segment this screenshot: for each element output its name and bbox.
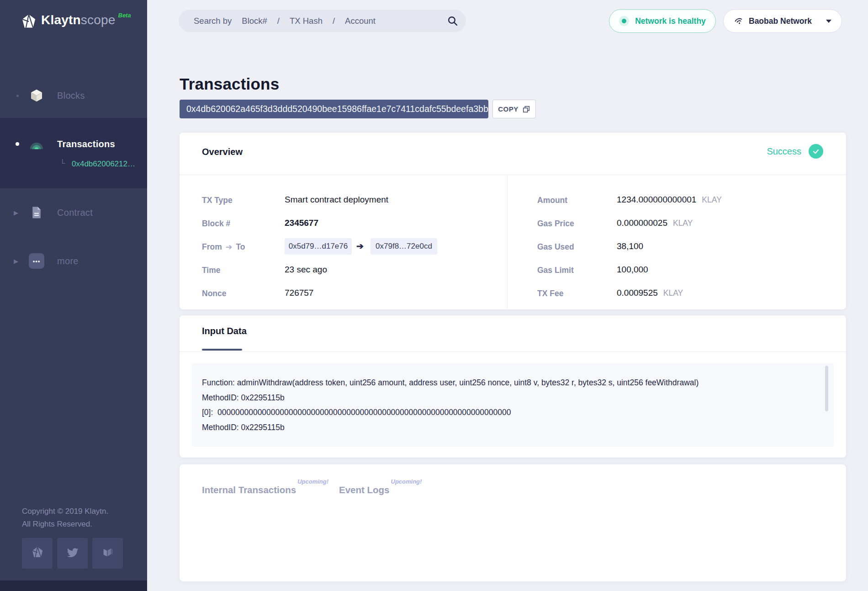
gas-price-unit: KLAY xyxy=(673,218,693,228)
scrollbar-thumb[interactable] xyxy=(825,366,828,411)
main-content: Search by Block# / TX Hash / Account Net… xyxy=(147,0,868,591)
klaytn-social-button[interactable] xyxy=(22,538,53,569)
gas-limit-label: Gas Limit xyxy=(537,266,574,275)
twitter-icon xyxy=(66,546,79,561)
brand-logo[interactable]: Klaytnscope Beta xyxy=(21,13,131,29)
klaytn-logo-icon xyxy=(21,14,37,29)
search-prefix-label: Search by xyxy=(194,16,232,26)
sidebar-item-transactions[interactable]: Transactions xyxy=(0,130,147,158)
tx-fee-unit: KLAY xyxy=(663,288,683,298)
page-title: Transactions xyxy=(180,75,279,93)
chevron-down-icon xyxy=(826,20,831,23)
gas-used-value: 38,100 xyxy=(617,241,643,251)
input-data-content: Function: adminWithdraw(address token, u… xyxy=(192,363,834,447)
gas-limit-value: 100,000 xyxy=(617,265,648,275)
input-data-line: [0]: 00000000000000000000000000000000000… xyxy=(202,405,834,420)
amount-unit: KLAY xyxy=(702,195,721,204)
tx-type-value: Smart contract deployment xyxy=(285,195,388,205)
copyright: Copyright © 2019 Klaytn. All Rights Rese… xyxy=(22,505,108,531)
tx-hash-link[interactable]: 0x4db62006212… xyxy=(72,160,135,169)
search-option-block[interactable]: Block# xyxy=(242,16,267,26)
tab-event-logs[interactable]: Event Logs Upcoming! xyxy=(339,478,422,495)
cube-icon xyxy=(28,87,45,104)
tab-internal-transactions[interactable]: Internal Transactions Upcoming! xyxy=(202,478,328,495)
nonce-label: Nonce xyxy=(202,289,226,298)
search-separator: / xyxy=(277,16,280,26)
sidebar-item-blocks[interactable]: Blocks xyxy=(0,81,147,110)
divider xyxy=(507,175,508,309)
sidebar-bottom-strip xyxy=(0,580,147,591)
status-label: Success xyxy=(767,146,801,157)
amount-label: Amount xyxy=(537,196,567,205)
gas-price-label: Gas Price xyxy=(537,219,574,229)
divider xyxy=(180,175,846,175)
tab-label: Internal Transactions xyxy=(202,485,296,495)
amount-value: 1234.000000000001KLAY xyxy=(617,195,722,205)
search-option-txhash[interactable]: TX Hash xyxy=(290,16,323,26)
sidebar-item-label: Blocks xyxy=(57,91,85,101)
gas-price-value: 0.000000025KLAY xyxy=(617,218,693,228)
klaytn-icon xyxy=(31,546,44,561)
sidebar-item-tx-hash[interactable]: └ 0x4db62006212… xyxy=(0,158,147,172)
status-dot-icon xyxy=(619,16,629,26)
twitter-social-button[interactable] xyxy=(57,538,88,569)
search-bar[interactable]: Search by Block# / TX Hash / Account xyxy=(179,10,466,32)
block-number-value[interactable]: 2345677 xyxy=(285,218,318,228)
copyright-line2: All Rights Reserved. xyxy=(22,518,108,531)
copy-icon xyxy=(522,105,530,113)
social-links xyxy=(22,538,123,569)
ellipsis-glyph: ••• xyxy=(29,253,44,269)
copy-button-label: COPY xyxy=(498,105,519,113)
overview-card: Overview Success TX Type Smart contract … xyxy=(180,133,846,309)
arrow-right-icon: ➔ xyxy=(356,241,364,251)
copy-button[interactable]: COPY xyxy=(492,100,536,118)
tab-label: Event Logs xyxy=(339,485,390,495)
sidebar-item-label: more xyxy=(57,256,79,266)
block-number-label: Block # xyxy=(202,219,230,229)
tx-type-label: TX Type xyxy=(202,196,233,205)
brand-name-light: scope xyxy=(81,13,116,27)
tab-indicator xyxy=(202,349,242,351)
gas-used-label: Gas Used xyxy=(537,242,574,252)
extra-tabs-card: Internal Transactions Upcoming! Event Lo… xyxy=(180,464,846,581)
chevron-right-icon: ▶ xyxy=(14,209,18,216)
ellipsis-icon: ••• xyxy=(28,253,45,269)
input-data-line: MethodID: 0x2295115b xyxy=(202,390,834,405)
sidebar-item-label: Contract xyxy=(57,208,93,218)
network-status-badge: Network is healthy xyxy=(609,9,716,33)
input-data-title: Input Data xyxy=(202,326,247,336)
status-badge: Success xyxy=(767,144,823,159)
medium-social-button[interactable] xyxy=(92,538,123,569)
network-status-label: Network is healthy xyxy=(635,16,706,26)
bullet-icon xyxy=(16,142,19,146)
nonce-value: 726757 xyxy=(285,288,313,298)
from-address-chip[interactable]: 0x5d79…d17e76 xyxy=(285,238,352,255)
tx-fee-value: 0.0009525KLAY xyxy=(617,288,683,298)
elbow-icon: └ xyxy=(60,159,65,167)
time-label: Time xyxy=(202,266,221,275)
from-to-label: From➔To xyxy=(202,242,245,252)
medium-icon xyxy=(101,546,115,561)
radar-icon xyxy=(28,136,45,152)
copyright-line1: Copyright © 2019 Klaytn. xyxy=(22,505,108,518)
sidebar-item-more[interactable]: ▶ ••• more xyxy=(0,247,147,275)
bullet-icon xyxy=(16,95,19,97)
sidebar-item-label: Transactions xyxy=(57,139,115,149)
signal-icon xyxy=(732,15,745,27)
sidebar: Klaytnscope Beta Blocks xyxy=(0,0,147,591)
chevron-right-icon: ▶ xyxy=(14,258,18,265)
input-data-card: Input Data Function: adminWithdraw(addre… xyxy=(180,315,846,458)
brand-name-bold: Klaytn xyxy=(41,13,81,27)
check-circle-icon xyxy=(809,144,823,159)
search-option-account[interactable]: Account xyxy=(345,16,376,26)
overview-title: Overview xyxy=(202,147,243,157)
document-icon xyxy=(28,204,45,221)
to-address-chip[interactable]: 0x79f8…72e0cd xyxy=(370,238,437,255)
search-separator: / xyxy=(333,16,335,26)
upcoming-badge: Upcoming! xyxy=(297,478,328,485)
sidebar-item-contract[interactable]: ▶ Contract xyxy=(0,198,147,227)
search-icon[interactable] xyxy=(447,15,458,27)
network-name-label: Baobab Network xyxy=(749,16,812,26)
time-value: 23 sec ago xyxy=(285,265,327,275)
network-selector[interactable]: Baobab Network xyxy=(723,9,842,33)
